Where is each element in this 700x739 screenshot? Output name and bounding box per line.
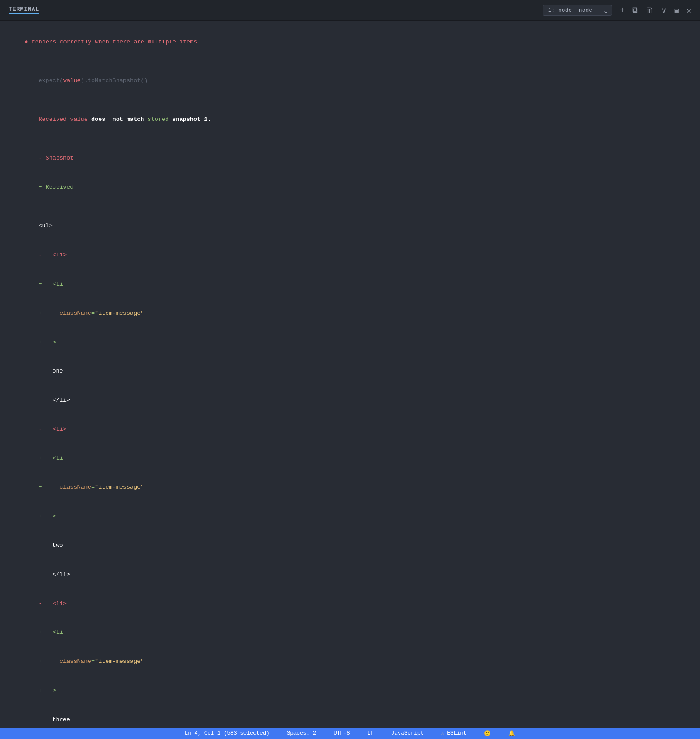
li1-gt: + > [10, 328, 690, 357]
li3-gt: + > [10, 676, 690, 706]
encoding-item: UTF-8 [333, 730, 350, 736]
position-item: Ln 4, Col 1 (583 selected) [185, 730, 270, 736]
smiley-icon: 🙂 [484, 730, 491, 737]
panel-icon[interactable]: ▣ [674, 6, 679, 15]
li1-added-open: + <li [10, 270, 690, 299]
blank2 [10, 96, 690, 105]
spaces-text: Spaces: 2 [287, 730, 317, 736]
line-ending-text: LF [367, 730, 374, 736]
expect-line: expect(value).toMatchSnapshot() [10, 67, 690, 96]
encoding-text: UTF-8 [333, 730, 350, 736]
li2-gt: + > [10, 502, 690, 531]
li3-removed: - <li> [10, 589, 690, 618]
eslint-item: ⚠ ESLint [441, 730, 467, 737]
li2-classname: + className="item-message" [10, 473, 690, 502]
received-label: + Received [10, 173, 690, 202]
li1-close: </li> [10, 386, 690, 415]
blank4 [10, 202, 690, 212]
bell-icon: 🔔 [508, 730, 515, 737]
trash-icon[interactable]: 🗑 [646, 6, 653, 15]
li2-close: </li> [10, 560, 690, 589]
position-text: Ln 4, Col 1 (583 selected) [185, 730, 270, 736]
li3-classname: + className="item-message" [10, 647, 690, 676]
li1-content: one [10, 357, 690, 386]
close-icon[interactable]: ✕ [687, 6, 691, 15]
line-ending-item: LF [367, 730, 374, 736]
test-title-line: ● renders correctly when there are multi… [10, 28, 690, 57]
terminal-title: TERMINAL [9, 6, 39, 14]
language-text: JavaScript [391, 730, 424, 736]
li2-removed: - <li> [10, 415, 690, 444]
smiley-item: 🙂 [484, 730, 491, 737]
blank3 [10, 134, 690, 144]
terminal-output: ● renders correctly when there are multi… [0, 21, 700, 728]
li1-classname: + className="item-message" [10, 299, 690, 328]
li2-added-open: + <li [10, 444, 690, 473]
chevron-down-icon[interactable]: ∨ [661, 6, 666, 15]
li3-added-open: + <li [10, 618, 690, 647]
titlebar: TERMINAL 1: node, node + ⧉ 🗑 ∨ ▣ ✕ [0, 0, 700, 21]
li3-content: three [10, 706, 690, 728]
plus-icon[interactable]: + [620, 6, 625, 15]
mismatch-line: Received value does not match stored sna… [10, 105, 690, 134]
statusbar: Ln 4, Col 1 (583 selected) Spaces: 2 UTF… [0, 728, 700, 739]
blank1 [10, 57, 690, 67]
bell-item: 🔔 [508, 730, 515, 737]
titlebar-right: 1: node, node + ⧉ 🗑 ∨ ▣ ✕ [543, 5, 691, 16]
split-icon[interactable]: ⧉ [632, 6, 638, 15]
eslint-text: ESLint [447, 730, 467, 736]
li2-content: two [10, 531, 690, 560]
li1-removed: - <li> [10, 241, 690, 270]
spaces-item: Spaces: 2 [287, 730, 317, 736]
ul-open: <ul> [10, 212, 690, 241]
warning-icon: ⚠ [441, 730, 445, 737]
titlebar-left: TERMINAL [9, 6, 39, 14]
tab-selector-wrap[interactable]: 1: node, node [543, 5, 612, 16]
language-item: JavaScript [391, 730, 424, 736]
snapshot-label: - Snapshot [10, 144, 690, 173]
tab-selector[interactable]: 1: node, node [543, 5, 612, 16]
